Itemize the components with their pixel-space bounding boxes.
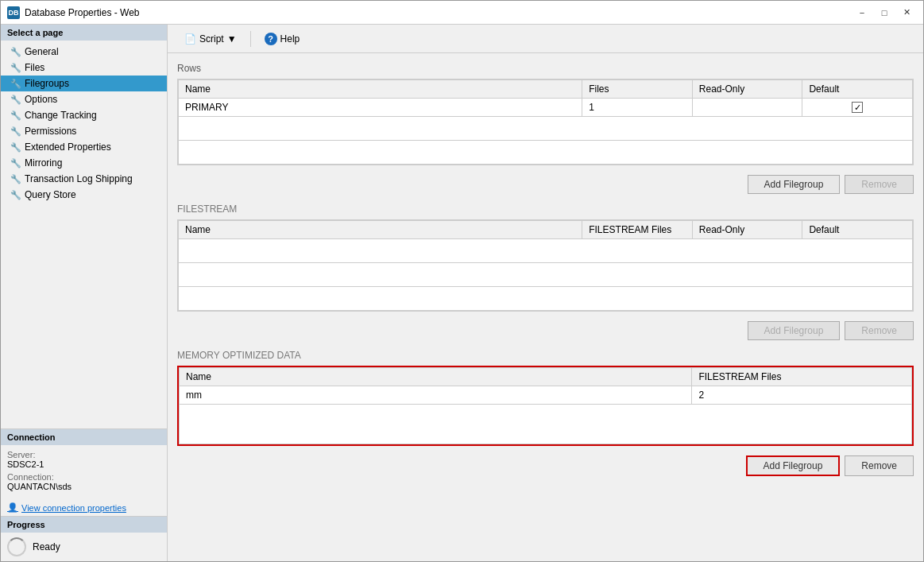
rows-button-row: Add Filegroup Remove bbox=[177, 175, 914, 194]
empty-row-1 bbox=[179, 117, 913, 141]
connection-link-icon: 👤 bbox=[7, 502, 18, 513]
rows-col-default: Default bbox=[802, 80, 913, 99]
title-bar-controls: − □ ✕ bbox=[852, 5, 917, 21]
rows-col-readonly: Read-Only bbox=[692, 80, 802, 99]
sidebar-item-label: Extended Properties bbox=[25, 141, 111, 153]
maximize-button[interactable]: □ bbox=[874, 5, 895, 21]
filestream-col-default: Default bbox=[802, 221, 913, 239]
minimize-button[interactable]: − bbox=[852, 5, 872, 21]
sidebar-item-label: Options bbox=[25, 94, 57, 105]
main-content: Rows Name Files Read-Only Default bbox=[168, 53, 923, 561]
memory-header-row: Name FILESTREAM Files bbox=[180, 368, 912, 386]
change-tracking-icon: 🔧 bbox=[10, 110, 21, 121]
toolbar-separator bbox=[250, 31, 251, 47]
filestream-button-row: Add Filegroup Remove bbox=[177, 321, 914, 340]
left-panel: Select a page 🔧 General 🔧 Files 🔧 Filegr… bbox=[1, 25, 168, 561]
window-title: Database Properties - Web bbox=[25, 7, 140, 18]
sidebar-item-label: Change Tracking bbox=[25, 110, 97, 121]
right-panel: 📄 Script ▼ ? Help Rows bbox=[168, 25, 923, 561]
rows-table: Name Files Read-Only Default PRIMARY 1 bbox=[178, 79, 913, 165]
sidebar-item-label: Files bbox=[25, 62, 44, 73]
connection-section: Connection Server: SDSC2-1 Connection: Q… bbox=[1, 428, 167, 516]
add-filegroup-filestream-button[interactable]: Add Filegroup bbox=[748, 321, 841, 340]
app-icon: DB bbox=[7, 6, 20, 19]
sidebar-item-change-tracking[interactable]: 🔧 Change Tracking bbox=[1, 107, 167, 123]
sidebar-item-general[interactable]: 🔧 General bbox=[1, 44, 167, 60]
filestream-section-label: FILESTREAM bbox=[177, 203, 914, 215]
sidebar-item-label: Permissions bbox=[25, 126, 76, 137]
progress-section: Progress Ready bbox=[1, 516, 167, 561]
connection-info: Server: SDSC2-1 Connection: QUANTACN\sds bbox=[1, 445, 167, 499]
sidebar-item-filegroups[interactable]: 🔧 Filegroups bbox=[1, 76, 167, 91]
files-icon: 🔧 bbox=[10, 63, 21, 73]
rows-table-wrapper: Name Files Read-Only Default PRIMARY 1 bbox=[177, 79, 914, 165]
filestream-col-readonly: Read-Only bbox=[692, 221, 802, 239]
table-row: mm 2 bbox=[180, 386, 912, 405]
options-icon: 🔧 bbox=[10, 95, 21, 105]
empty-mem-row bbox=[180, 405, 912, 444]
nav-list: 🔧 General 🔧 Files 🔧 Filegroups 🔧 Options… bbox=[1, 41, 167, 428]
rows-col-name: Name bbox=[179, 80, 582, 99]
sidebar-item-options[interactable]: 🔧 Options bbox=[1, 91, 167, 107]
help-icon: ? bbox=[265, 33, 277, 45]
sidebar-item-query-store[interactable]: 🔧 Query Store bbox=[1, 187, 167, 203]
sidebar-item-label: Query Store bbox=[25, 189, 76, 200]
connection-label: Connection: bbox=[7, 472, 160, 482]
script-icon: 📄 bbox=[184, 33, 196, 45]
main-window: DB Database Properties - Web − □ ✕ Selec… bbox=[0, 0, 924, 562]
sidebar-item-label: General bbox=[25, 46, 59, 57]
memory-col-files: FILESTREAM Files bbox=[692, 368, 912, 386]
memory-button-row: Add Filegroup Remove bbox=[177, 455, 914, 476]
filestream-table-wrapper: Name FILESTREAM Files Read-Only Default bbox=[177, 219, 914, 312]
default-checkbox[interactable] bbox=[852, 102, 863, 113]
empty-fs-row-3 bbox=[179, 287, 913, 311]
transaction-log-icon: 🔧 bbox=[10, 174, 21, 184]
empty-fs-row-1 bbox=[179, 239, 913, 263]
filestream-table: Name FILESTREAM Files Read-Only Default bbox=[178, 220, 913, 311]
row-readonly-cell bbox=[692, 99, 802, 117]
title-bar: DB Database Properties - Web − □ ✕ bbox=[1, 1, 923, 25]
add-filegroup-memory-button[interactable]: Add Filegroup bbox=[746, 455, 841, 476]
sidebar-item-mirroring[interactable]: 🔧 Mirroring bbox=[1, 155, 167, 171]
sidebar-item-extended-properties[interactable]: 🔧 Extended Properties bbox=[1, 139, 167, 155]
title-bar-left: DB Database Properties - Web bbox=[7, 6, 140, 19]
memory-table-wrapper: Name FILESTREAM Files mm 2 bbox=[177, 366, 914, 446]
memory-files-cell: 2 bbox=[692, 386, 912, 405]
mirroring-icon: 🔧 bbox=[10, 158, 21, 169]
remove-filestream-button[interactable]: Remove bbox=[845, 321, 914, 340]
select-page-header: Select a page bbox=[1, 25, 167, 41]
sidebar-item-permissions[interactable]: 🔧 Permissions bbox=[1, 123, 167, 139]
server-value: SDSC2-1 bbox=[7, 459, 160, 469]
memory-table: Name FILESTREAM Files mm 2 bbox=[179, 367, 912, 444]
remove-rows-button[interactable]: Remove bbox=[845, 175, 914, 194]
general-icon: 🔧 bbox=[10, 47, 21, 57]
script-dropdown-icon: ▼ bbox=[227, 33, 237, 45]
help-button[interactable]: ? Help bbox=[257, 29, 307, 48]
row-name-cell: PRIMARY bbox=[179, 99, 582, 117]
filestream-col-files: FILESTREAM Files bbox=[582, 221, 693, 239]
progress-info: Ready bbox=[1, 533, 167, 561]
filestream-header-row: Name FILESTREAM Files Read-Only Default bbox=[179, 221, 913, 239]
add-filegroup-rows-button[interactable]: Add Filegroup bbox=[748, 175, 841, 194]
sidebar-item-label: Transaction Log Shipping bbox=[25, 173, 133, 184]
row-files-cell: 1 bbox=[582, 99, 693, 117]
empty-row-2 bbox=[179, 141, 913, 165]
toolbar: 📄 Script ▼ ? Help bbox=[168, 25, 923, 53]
remove-memory-button[interactable]: Remove bbox=[845, 455, 914, 476]
sidebar-item-files[interactable]: 🔧 Files bbox=[1, 60, 167, 76]
rows-section-title: Rows bbox=[177, 63, 914, 74]
sidebar-item-transaction-log-shipping[interactable]: 🔧 Transaction Log Shipping bbox=[1, 171, 167, 187]
memory-col-name: Name bbox=[180, 368, 692, 386]
script-button[interactable]: 📄 Script ▼ bbox=[177, 30, 244, 48]
progress-spinner bbox=[7, 537, 26, 556]
rows-col-files: Files bbox=[582, 80, 693, 99]
row-default-cell bbox=[802, 99, 913, 117]
progress-status: Ready bbox=[33, 541, 60, 552]
rows-table-header-row: Name Files Read-Only Default bbox=[179, 80, 913, 99]
server-label: Server: bbox=[7, 450, 160, 459]
close-button[interactable]: ✕ bbox=[896, 5, 917, 21]
sidebar-item-label: Mirroring bbox=[25, 157, 62, 169]
view-connection-link[interactable]: 👤 View connection properties bbox=[1, 499, 167, 516]
filegroups-icon: 🔧 bbox=[10, 79, 21, 89]
connection-value: QUANTACN\sds bbox=[7, 482, 160, 491]
